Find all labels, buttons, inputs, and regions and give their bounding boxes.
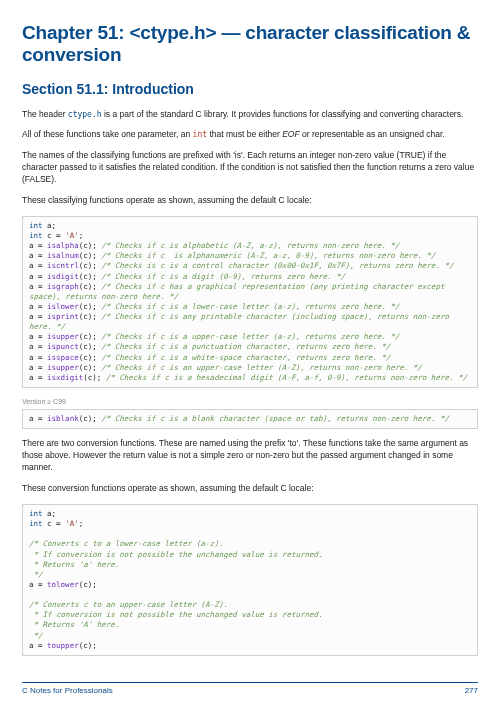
paragraph-params: All of these functions take one paramete…: [22, 129, 478, 141]
chapter-title: Chapter 51: <ctype.h> — character classi…: [22, 22, 478, 66]
page-footer: C Notes for Professionals 277: [22, 682, 478, 697]
paragraph-classify-intro: These classifying functions operate as s…: [22, 195, 478, 207]
code-block-convert: int a; int c = 'A'; /* Converts c to a l…: [22, 504, 478, 656]
section-title: Section 51.1: Introduction: [22, 80, 478, 99]
paragraph-conversion: There are two conversion functions. Thes…: [22, 438, 478, 474]
code-block-classify: int a; int c = 'A'; a = isalpha(c); /* C…: [22, 216, 478, 388]
code-block-isblank: a = isblank(c); /* Checks if c is a blan…: [22, 409, 478, 429]
version-label: Version ≥ C99: [22, 397, 478, 406]
paragraph-intro: The header ctype.h is a part of the stan…: [22, 109, 478, 121]
paragraph-prefix-is: The names of the classifying functions a…: [22, 150, 478, 186]
code-ctype: ctype.h: [68, 110, 102, 119]
footer-page-number: 277: [465, 686, 478, 697]
keyword-int: int: [193, 130, 207, 139]
paragraph-conversion-intro: These conversion functions operate as sh…: [22, 483, 478, 495]
footer-title: C Notes for Professionals: [22, 686, 113, 697]
